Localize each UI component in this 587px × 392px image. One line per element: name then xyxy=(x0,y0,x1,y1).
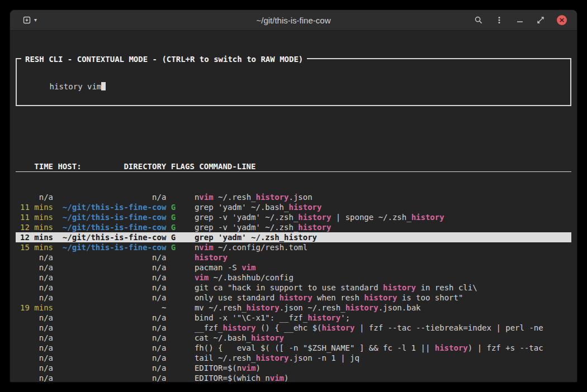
row-time: n/a xyxy=(20,353,53,362)
history-list: TIME HOST: DIRECTORY FLAGS COMMAND-LINE … xyxy=(16,141,571,382)
new-terminal-icon xyxy=(22,16,31,25)
close-button[interactable]: × xyxy=(557,15,567,25)
search-button[interactable] xyxy=(474,16,483,25)
command-segment: only use standard xyxy=(195,293,280,302)
row-command: mv ~/.resh_history.json ~/.resh_history.… xyxy=(195,303,421,312)
row-time: n/a xyxy=(20,293,53,302)
row-flags xyxy=(171,273,195,282)
history-row[interactable]: 11 mins ~/git/this-is-fine-cow G grep -v… xyxy=(16,212,571,222)
history-row[interactable]: n/a n/a tail ~/.resh_history.json -n 1 |… xyxy=(16,353,571,363)
row-flags xyxy=(171,333,195,342)
match-segment: history xyxy=(195,253,228,262)
command-segment: fh() { eval $( ([ -n "$ZSH_NAME" ] && fc… xyxy=(195,343,435,352)
history-row[interactable]: n/a n/a cat ~/.bash_history xyxy=(16,333,571,343)
row-command: grep 'yadm' ~/.bash_history xyxy=(195,203,322,212)
history-row[interactable]: n/a n/a bind -x '"\C-x1": __fzf_history'… xyxy=(16,313,571,323)
row-host-directory: n/a xyxy=(53,283,171,292)
row-time: n/a xyxy=(20,253,53,262)
row-host-directory: ~ xyxy=(53,303,171,312)
row-flags xyxy=(171,263,195,272)
row-host-directory: n/a xyxy=(53,273,171,282)
row-command: vim ~/.bashhub/config xyxy=(195,273,294,282)
command-segment: ~/.bashhub/config xyxy=(209,273,294,282)
history-row[interactable]: 19 mins ~ mv ~/.resh_history.json ~/.res… xyxy=(16,303,571,313)
command-segment: ) | fzf +s --tac xyxy=(468,343,543,352)
match-segment: vim xyxy=(195,273,209,282)
history-row[interactable]: n/a n/a pacman -S vim xyxy=(16,262,571,273)
row-host-directory: n/a xyxy=(53,353,171,362)
history-row[interactable]: 11 mins ~/git/this-is-fine-cow G grep 'y… xyxy=(16,202,571,212)
row-command: grep -v 'yadm' ~/.zsh_history | sponge ~… xyxy=(195,213,444,222)
restore-button[interactable] xyxy=(536,16,545,25)
command-segment: ~/.resh_ xyxy=(214,193,256,202)
column-headers: TIME HOST: DIRECTORY FLAGS COMMAND-LINE xyxy=(16,161,571,172)
history-row[interactable]: n/a n/a history xyxy=(16,252,571,262)
search-input[interactable]: history vim xyxy=(50,82,106,91)
minimize-button[interactable] xyxy=(515,16,524,25)
row-flags xyxy=(171,253,195,262)
chevron-down-icon: ▾ xyxy=(34,17,37,23)
text-cursor xyxy=(101,82,106,90)
search-box[interactable]: RESH CLI - CONTEXTUAL MODE - (CTRL+R to … xyxy=(16,58,571,106)
match-segment: history xyxy=(298,223,331,232)
row-flags xyxy=(171,313,195,322)
history-row[interactable]: n/a n/a EDITOR=$(nvim) xyxy=(16,363,571,373)
row-host-directory: n/a xyxy=(53,323,171,332)
row-command: bind -x '"\C-x1": __fzf_history'; xyxy=(195,313,350,322)
row-host-directory: n/a xyxy=(53,333,171,342)
history-row[interactable]: n/a n/a EDITOR=$(which nvim) xyxy=(16,373,571,382)
command-segment: ) xyxy=(255,364,260,372)
command-segment: grep 'yadm' ~/.zsh_ xyxy=(195,233,284,242)
row-time: 11 mins xyxy=(20,213,53,222)
match-segment: vim xyxy=(270,374,284,382)
row-command: git ca "hack in support to use standard … xyxy=(195,283,477,292)
menu-button[interactable] xyxy=(495,16,504,25)
history-row-selected[interactable]: 12 mins ~/git/this-is-fine-cow G grep 'y… xyxy=(16,232,571,242)
match-segment: vim xyxy=(199,193,213,202)
row-flags xyxy=(171,303,195,312)
command-segment: is too short" xyxy=(397,293,463,302)
history-row[interactable]: n/a n/a nvim ~/.resh_history.json xyxy=(16,192,571,202)
command-segment: tail ~/.resh_ xyxy=(195,353,256,362)
history-row[interactable]: 15 mins ~/git/this-is-fine-cow G nvim ~/… xyxy=(16,242,571,252)
row-time: 11 mins xyxy=(20,203,53,212)
row-flags xyxy=(171,343,195,352)
row-host-directory: n/a xyxy=(53,193,171,202)
new-terminal-menu-button[interactable]: ▾ xyxy=(34,17,37,23)
match-segment: history xyxy=(298,213,331,222)
row-time: n/a xyxy=(20,323,53,332)
history-row[interactable]: n/a n/a vim ~/.bashhub/config xyxy=(16,273,571,283)
row-time: n/a xyxy=(20,193,53,202)
row-time: n/a xyxy=(20,283,53,292)
match-segment: vim xyxy=(242,364,255,372)
command-segment: ~/.config/resh.toml xyxy=(214,243,308,252)
command-segment: | fzf --tac --tiebreak=index | perl -ne xyxy=(355,323,543,332)
row-host-directory: n/a xyxy=(53,364,171,372)
history-row[interactable]: n/a n/a only use standard history when r… xyxy=(16,293,571,303)
row-host-directory: n/a xyxy=(53,374,171,382)
row-host-directory: ~/git/this-is-fine-cow xyxy=(53,233,171,242)
command-segment: EDITOR=$(n xyxy=(195,364,242,372)
history-row[interactable]: n/a n/a __fzf_history () { __ehc $(histo… xyxy=(16,323,571,333)
row-time: 15 mins xyxy=(20,243,53,252)
history-row[interactable]: 12 mins ~/git/this-is-fine-cow G grep -v… xyxy=(16,222,571,232)
row-flags: G xyxy=(171,203,195,212)
history-row[interactable]: n/a n/a fh() { eval $( ([ -n "$ZSH_NAME"… xyxy=(16,343,571,353)
row-command: pacman -S vim xyxy=(195,263,256,272)
close-icon: × xyxy=(557,15,567,25)
history-row[interactable]: n/a n/a git ca "hack in support to use s… xyxy=(16,283,571,293)
search-icon xyxy=(474,16,483,25)
match-segment: history xyxy=(247,303,280,312)
row-flags: G xyxy=(171,213,195,222)
row-host-directory: ~/git/this-is-fine-cow xyxy=(53,243,171,252)
row-command: grep -v 'yadm' ~/.zsh_history xyxy=(195,223,331,232)
titlebar[interactable]: ▾ ~/git/this-is-fine-cow xyxy=(10,10,577,31)
row-flags: G xyxy=(171,243,195,252)
new-terminal-button[interactable] xyxy=(22,16,31,25)
command-segment: EDITOR=$(which n xyxy=(195,374,270,382)
kebab-menu-icon xyxy=(495,16,504,25)
command-segment: .json.bak xyxy=(378,303,421,312)
row-time: n/a xyxy=(20,263,53,272)
row-time: 12 mins xyxy=(20,233,53,242)
row-host-directory: n/a xyxy=(53,313,171,322)
